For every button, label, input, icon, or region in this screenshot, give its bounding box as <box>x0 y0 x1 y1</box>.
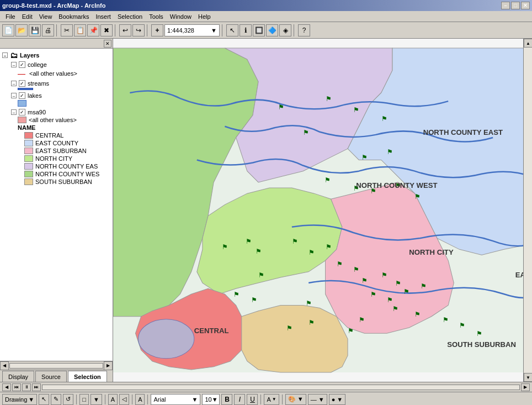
bold-button[interactable]: B <box>221 394 232 405</box>
map-area[interactable]: ⚑ ⚑ ⚑ ⚑ ⚑ ⚑ ⚑ ⚑ ⚑ ⚑ ⚑ ⚑ ⚑ ⚑ ⚑ ⚑ ⚑ ⚑ ⚑ ⚑ <box>113 39 532 382</box>
tab-source[interactable]: Source <box>35 371 67 382</box>
copy-button[interactable]: 📋 <box>74 24 86 36</box>
svg-text:⚑: ⚑ <box>256 248 262 255</box>
menu-file[interactable]: File <box>2 12 19 21</box>
select-tool[interactable]: ↖ <box>39 394 49 405</box>
tab-selection[interactable]: Selection <box>68 371 107 382</box>
msa90-all-values: <all other values> <box>2 116 110 124</box>
menu-view[interactable]: View <box>36 12 56 21</box>
svg-text:⚑: ⚑ <box>392 305 398 313</box>
scroll-track-v[interactable] <box>524 48 532 373</box>
lakes-label: lakes <box>28 92 42 99</box>
shadow-button[interactable]: ● ▼ <box>329 394 346 405</box>
svg-text:⚑: ⚑ <box>353 106 359 114</box>
layers-expand[interactable]: – <box>2 52 8 58</box>
font-size-box[interactable]: 10 ▼ <box>202 394 220 405</box>
draw-sep-4 <box>147 395 148 404</box>
cut-button[interactable]: ✂ <box>61 24 73 36</box>
rotate-tool[interactable]: ↺ <box>63 394 73 405</box>
tool4[interactable]: 🔷 <box>266 24 278 36</box>
maximize-button[interactable]: □ <box>511 2 520 9</box>
close-button[interactable]: ✕ <box>521 2 530 9</box>
legend-north-county-west: NORTH COUNTY WES <box>2 170 110 178</box>
delete-button[interactable]: ✖ <box>100 24 113 36</box>
msa90-expand[interactable]: – <box>11 109 17 115</box>
lakes-expand[interactable]: – <box>11 93 17 98</box>
msa90-name-header: NAME <box>2 124 110 132</box>
draw-sep-6 <box>282 395 283 404</box>
save-button[interactable]: 💾 <box>29 24 41 36</box>
msa90-checkbox[interactable] <box>19 109 25 115</box>
fill-color-button[interactable]: 🎨 ▼ <box>285 394 306 405</box>
menu-insert[interactable]: Insert <box>92 12 114 21</box>
panel-scroll-track[interactable] <box>9 363 103 369</box>
layers-label: Layers <box>20 52 39 59</box>
svg-text:⚑: ⚑ <box>414 311 421 318</box>
streams-checkbox[interactable] <box>19 80 25 87</box>
map-nav-btn2[interactable]: ⏸ <box>22 383 31 391</box>
underline-button[interactable]: U <box>247 394 258 405</box>
lakes-checkbox[interactable] <box>19 92 25 99</box>
line-color-button[interactable]: — ▼ <box>308 394 327 405</box>
svg-text:⚑: ⚑ <box>246 238 252 245</box>
text-tool[interactable]: A <box>108 394 118 405</box>
shape-tool[interactable]: ▼ <box>91 394 102 405</box>
map-scroll-left[interactable]: ◀ <box>2 383 11 391</box>
panel-scrollbar: ◀ ▶ <box>0 361 113 370</box>
panel-close-button[interactable]: ✕ <box>104 40 111 48</box>
edit-tool[interactable]: ✎ <box>51 394 61 405</box>
map-nav-btn1[interactable]: ⏮ <box>12 383 21 391</box>
map-scroll-track-h[interactable] <box>42 385 520 390</box>
svg-text:⚑: ⚑ <box>414 193 421 201</box>
menu-tools[interactable]: Tools <box>146 12 167 21</box>
scale-input[interactable]: 1:444,328 ▼ <box>164 24 220 36</box>
svg-text:⚑: ⚑ <box>306 299 312 307</box>
svg-text:⚑: ⚑ <box>361 154 368 161</box>
menu-bookmarks[interactable]: Bookmarks <box>55 12 92 21</box>
paste-button[interactable]: 📌 <box>87 24 99 36</box>
college-checkbox[interactable] <box>19 61 25 68</box>
app-title: group-8-test.mxd - ArcMap - ArcInfo <box>2 2 105 9</box>
panel-scroll-right[interactable]: ▶ <box>104 361 113 370</box>
tool5[interactable]: ◈ <box>279 24 291 36</box>
scroll-down-button[interactable]: ▼ <box>524 373 532 382</box>
font-name-value: Arial <box>153 396 166 403</box>
tool3[interactable]: 🔲 <box>253 24 265 36</box>
map-nav-btn3[interactable]: ⏭ <box>32 383 41 391</box>
main-layout: ✕ – 🗂 Layers – college — <all other valu… <box>0 39 532 382</box>
font-color-a-button[interactable]: A ▼ <box>264 394 279 405</box>
college-all-values: <all other values> <box>29 70 77 77</box>
italic-button[interactable]: I <box>234 394 245 405</box>
map-scroll-right[interactable]: ▶ <box>521 383 530 391</box>
print-button[interactable]: 🖨 <box>42 24 54 36</box>
streams-expand[interactable]: – <box>11 81 17 86</box>
college-expand[interactable]: – <box>11 62 17 67</box>
menu-window[interactable]: Window <box>167 12 195 21</box>
redo-button[interactable]: ↪ <box>132 24 145 36</box>
menu-selection[interactable]: Selection <box>114 12 146 21</box>
separator-4 <box>222 24 224 36</box>
rect-tool[interactable]: □ <box>79 394 89 405</box>
font-name-box[interactable]: Arial ▼ <box>151 394 200 405</box>
tab-display[interactable]: Display <box>2 371 34 382</box>
label-south-suburban: SOUTH SUBURBAN <box>447 340 516 349</box>
minimize-button[interactable]: – <box>501 2 510 9</box>
panel-scroll-left[interactable]: ◀ <box>0 361 9 370</box>
select-button[interactable]: ↖ <box>226 24 238 36</box>
new-button[interactable]: 📄 <box>2 24 14 36</box>
zoom-in-button[interactable]: + <box>151 24 163 36</box>
undo-button[interactable]: ↩ <box>119 24 131 36</box>
font-size-value: 10 <box>205 396 211 403</box>
open-button[interactable]: 📂 <box>15 24 28 36</box>
help-button[interactable]: ? <box>298 24 310 36</box>
identify-button[interactable]: ℹ <box>240 24 252 36</box>
menu-help[interactable]: Help <box>195 12 214 21</box>
main-toolbar: 📄 📂 💾 🖨 ✂ 📋 📌 ✖ ↩ ↪ + 1:444,328 ▼ ↖ ℹ 🔲 … <box>0 22 532 39</box>
font-color-tool[interactable]: A <box>135 394 145 405</box>
callout-tool[interactable]: ◁ <box>119 394 129 405</box>
panel-header: ✕ <box>0 39 113 49</box>
drawing-dropdown[interactable]: Drawing ▼ <box>2 394 37 405</box>
svg-text:⚑: ⚑ <box>303 129 309 136</box>
scroll-up-button[interactable]: ▲ <box>524 39 532 48</box>
menu-edit[interactable]: Edit <box>19 12 36 21</box>
